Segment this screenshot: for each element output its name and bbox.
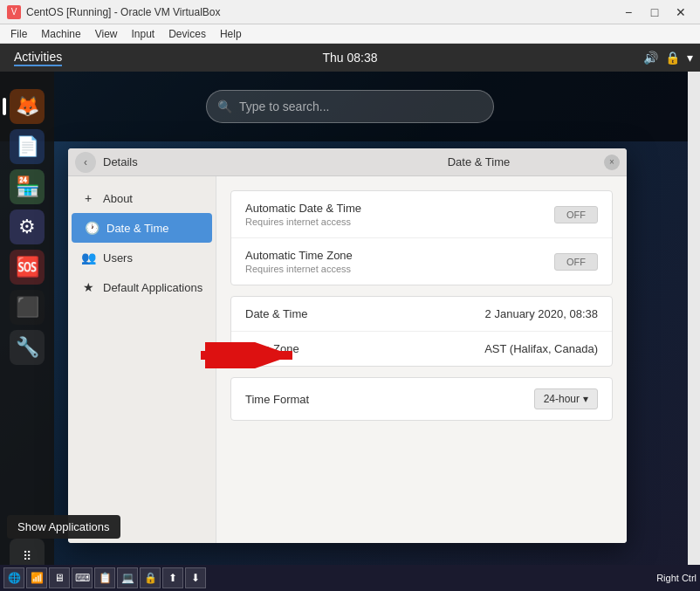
minimize-button[interactable]: − — [616, 3, 641, 21]
dock-software[interactable]: 🏪 — [10, 169, 45, 204]
menu-input[interactable]: Input — [125, 26, 162, 42]
bottom-keyboard-icon[interactable]: ⌨ — [72, 567, 93, 588]
bottom-signal-icon[interactable]: 📶 — [26, 567, 47, 588]
sidebar-item-datetime[interactable]: 🕐 Date & Time — [72, 213, 212, 243]
gnome-topbar: Activities Thu 08:38 🔊 🔒 ▾ — [0, 44, 700, 72]
window-controls: − □ ✕ — [616, 3, 693, 21]
time-format-row: Time Format 24-hour ▾ — [231, 378, 612, 420]
bottom-usb-icon[interactable]: 💻 — [117, 567, 138, 588]
bottom-lock-icon[interactable]: 🔒 — [140, 567, 161, 588]
maximize-button[interactable]: □ — [642, 3, 667, 21]
network-icon[interactable]: 🔒 — [665, 51, 680, 65]
sidebar-default-apps-label: Default Applications — [103, 281, 202, 294]
auto-date-time-label: Automatic Date & Time — [245, 202, 361, 215]
menu-bar: File Machine View Input Devices Help — [0, 24, 700, 44]
auto-timezone-labels: Automatic Time Zone Requires internet ac… — [245, 249, 353, 274]
auto-timezone-toggle[interactable]: OFF — [554, 253, 598, 271]
dock: 🦊 📄 🏪 ⚙ 🆘 ⬛ 🔧 ⠿ — [0, 72, 54, 591]
menu-devices[interactable]: Devices — [161, 26, 213, 42]
settings-sidebar: + About 🕐 Date & Time 👥 Users ★ Default … — [68, 176, 216, 543]
datetime-value-row: Date & Time 2 January 2020, 08:38 — [231, 297, 612, 332]
time-format-dropdown[interactable]: 24-hour ▾ — [534, 388, 598, 409]
gnome-clock: Thu 08:38 — [322, 51, 377, 65]
timezone-label: Time Zone — [245, 342, 299, 355]
auto-date-time-toggle[interactable]: OFF — [554, 206, 598, 223]
power-icon[interactable]: ▾ — [687, 51, 693, 65]
dock-files[interactable]: 📄 — [10, 129, 45, 164]
time-format-section: Time Format 24-hour ▾ — [230, 377, 613, 421]
settings-body: + About 🕐 Date & Time 👥 Users ★ Default … — [68, 176, 627, 543]
gnome-tray: 🔊 🔒 ▾ — [643, 51, 693, 65]
settings-center-title: Date & Time — [353, 155, 604, 168]
auto-date-time-row: Automatic Date & Time Requires internet … — [231, 191, 612, 238]
menu-file[interactable]: File — [3, 26, 34, 42]
virtualbox-icon: V — [7, 5, 21, 19]
activities-button[interactable]: Activities — [7, 50, 69, 66]
menu-help[interactable]: Help — [213, 26, 249, 42]
show-applications-label: Show Applications — [17, 520, 110, 533]
sidebar-item-about[interactable]: + About — [68, 183, 216, 213]
timezone-row: Time Zone AST (Halifax, Canada) — [231, 332, 612, 366]
default-apps-icon: ★ — [80, 279, 96, 295]
vm-screen: Activities Thu 08:38 🔊 🔒 ▾ 🔍 Type to sea… — [0, 44, 700, 591]
datetime-value-label: Date & Time — [245, 307, 308, 320]
sidebar-item-users[interactable]: 👥 Users — [68, 243, 216, 272]
sidebar-item-default-apps[interactable]: ★ Default Applications — [68, 272, 216, 302]
sidebar-about-label: About — [103, 192, 133, 205]
datetime-values-section: Date & Time 2 January 2020, 08:38 Time Z… — [230, 296, 613, 367]
back-icon: ‹ — [84, 156, 87, 168]
auto-datetime-section: Automatic Date & Time Requires internet … — [230, 190, 613, 285]
bottom-right-ctrl-label: Right Ctrl — [656, 573, 697, 583]
auto-date-time-labels: Automatic Date & Time Requires internet … — [245, 202, 361, 227]
settings-back-button[interactable]: ‹ — [75, 152, 96, 173]
dropdown-chevron-icon: ▾ — [583, 393, 588, 405]
show-applications-tooltip: Show Applications — [7, 515, 120, 539]
dock-firefox[interactable]: 🦊 — [10, 89, 45, 124]
auto-timezone-sublabel: Requires internet access — [245, 264, 353, 274]
datetime-value: 2 January 2020, 08:38 — [485, 307, 598, 320]
time-format-value: 24-hour — [544, 393, 580, 405]
auto-date-time-sublabel: Requires internet access — [245, 216, 361, 227]
search-box[interactable]: 🔍 Type to search... — [206, 90, 494, 123]
sidebar-datetime-label: Date & Time — [106, 222, 169, 235]
about-icon: + — [80, 190, 96, 206]
search-placeholder: Type to search... — [239, 100, 330, 113]
close-button[interactable]: ✕ — [669, 3, 693, 21]
bottom-down-icon[interactable]: ⬇ — [185, 567, 206, 588]
users-icon: 👥 — [80, 250, 96, 265]
menu-machine[interactable]: Machine — [34, 26, 87, 42]
dock-settings[interactable]: ⚙ — [10, 210, 45, 244]
dock-terminal[interactable]: ⬛ — [10, 290, 45, 325]
window-title: CentOS [Running] - Oracle VM VirtualBox — [26, 6, 221, 18]
search-icon: 🔍 — [217, 100, 232, 113]
bottom-up-icon[interactable]: ⬆ — [162, 567, 183, 588]
settings-titlebar: ‹ Details Date & Time × — [68, 148, 627, 176]
bottom-clipboard-icon[interactable]: 📋 — [94, 567, 115, 588]
menu-view[interactable]: View — [88, 26, 125, 42]
bottom-monitor-icon[interactable]: 🖥 — [49, 567, 70, 588]
time-format-label: Time Format — [245, 393, 309, 406]
auto-timezone-label: Automatic Time Zone — [245, 249, 353, 262]
settings-window: ‹ Details Date & Time × + About 🕐 Date &… — [68, 148, 627, 543]
close-icon: × — [609, 157, 614, 167]
volume-icon[interactable]: 🔊 — [643, 51, 658, 65]
datetime-icon: 🕐 — [84, 220, 100, 236]
auto-timezone-row: Automatic Time Zone Requires internet ac… — [231, 238, 612, 285]
title-bar: V CentOS [Running] - Oracle VM VirtualBo… — [0, 0, 700, 24]
dock-help[interactable]: 🆘 — [10, 250, 45, 285]
title-bar-left: V CentOS [Running] - Oracle VM VirtualBo… — [7, 5, 221, 19]
bottom-network-icon[interactable]: 🌐 — [3, 567, 24, 588]
settings-content: Automatic Date & Time Requires internet … — [216, 176, 627, 543]
sidebar-users-label: Users — [103, 251, 133, 265]
search-overlay: 🔍 Type to search... — [0, 72, 700, 141]
right-panel — [688, 72, 700, 565]
bottom-bar: 🌐 📶 🖥 ⌨ 📋 💻 🔒 ⬆ ⬇ Right Ctrl — [0, 565, 700, 591]
settings-left-title: Details — [103, 155, 353, 168]
settings-close-button[interactable]: × — [604, 155, 620, 170]
timezone-value: AST (Halifax, Canada) — [484, 342, 598, 355]
dock-tools[interactable]: 🔧 — [10, 330, 45, 365]
